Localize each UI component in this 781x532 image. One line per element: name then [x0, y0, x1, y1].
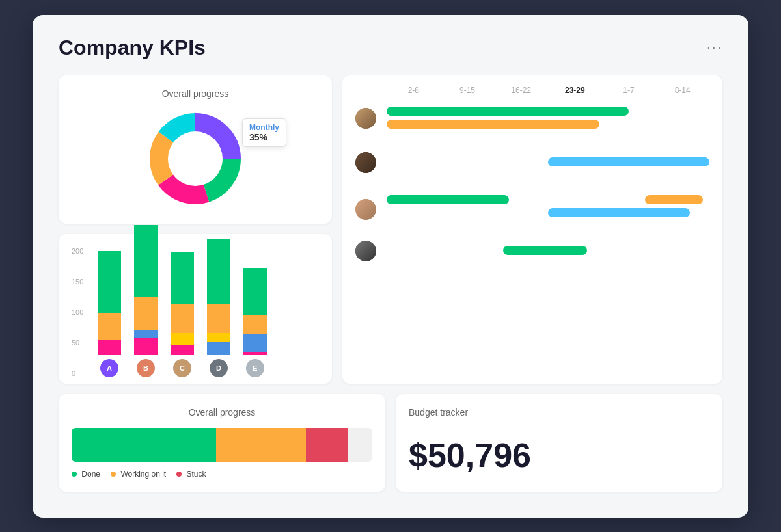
budget-tracker-title: Budget tracker	[409, 407, 709, 418]
gantt-bar-green-3	[387, 195, 509, 204]
gantt-avatar-4	[355, 241, 376, 261]
bar-seg	[243, 334, 267, 352]
avatar-5: E	[246, 359, 264, 377]
bar-group-1: A	[98, 251, 121, 377]
tooltip-value: 35%	[249, 132, 279, 142]
legend-done: Done	[72, 470, 100, 479]
bar-group-5: E	[243, 268, 267, 377]
progress-empty	[348, 428, 372, 462]
bar-stack-1	[98, 251, 121, 355]
gantt-bar-orange-1	[387, 120, 599, 129]
legend-dot-done	[72, 472, 77, 477]
gantt-col-8-14: 8-14	[655, 86, 709, 95]
gantt-avatar-1	[355, 108, 376, 129]
bar-group-4: D	[207, 239, 230, 377]
bar-stack-4	[207, 239, 230, 355]
donut-wrapper: Monthly 35%	[143, 107, 247, 211]
page-header: Company KPIs ···	[59, 36, 722, 60]
bar-group-2: B	[134, 225, 158, 377]
avatar-2: B	[137, 359, 155, 377]
budget-tracker-card: Budget tracker $50,796	[396, 394, 722, 492]
bar-seg	[98, 340, 121, 352]
bar-seg	[98, 251, 121, 313]
bar-seg	[98, 352, 121, 355]
more-options-button[interactable]: ···	[707, 39, 722, 56]
bar-seg	[171, 304, 194, 333]
gantt-bar-blue-3	[548, 208, 690, 217]
gantt-bars-2	[387, 147, 709, 178]
donut-container: Monthly 35%	[72, 107, 319, 211]
bar-seg	[207, 239, 230, 304]
bar-chart-yaxis: 200 150 100 50 0	[72, 247, 83, 377]
overall-progress-bottom-title: Overall progress	[72, 407, 372, 418]
avatar-1: A	[100, 359, 118, 377]
gantt-bar-orange-3	[645, 195, 703, 204]
donut-card-title: Overall progress	[72, 88, 319, 99]
overall-progress-bottom-card: Overall progress Done Working on it	[59, 394, 385, 492]
y-label-200: 200	[72, 247, 83, 255]
gantt-col-2-8: 2-8	[387, 86, 441, 95]
gantt-col-23-29: 23-29	[548, 86, 602, 95]
gantt-col-1-7: 1-7	[602, 86, 656, 95]
gantt-row-4	[355, 241, 709, 261]
bar-seg	[171, 345, 194, 355]
tooltip-label: Monthly	[249, 123, 279, 132]
bar-seg	[207, 304, 230, 333]
progress-bar-stacked	[72, 428, 372, 462]
y-label-150: 150	[72, 278, 83, 286]
legend-stuck-label: Stuck	[187, 470, 206, 479]
bar-stack-3	[171, 252, 194, 355]
gantt-avatar-3	[355, 199, 376, 220]
dashboard-frame: Company KPIs ··· Overall progress	[33, 15, 748, 518]
gantt-bar-green-1	[387, 107, 629, 116]
bar-seg	[207, 333, 230, 342]
gantt-bars-4	[387, 241, 709, 261]
gantt-header: 2-8 9-15 16-22 23-29 1-7 8-14	[387, 86, 709, 95]
bar-seg	[207, 342, 230, 355]
bar-seg	[134, 338, 158, 355]
donut-tooltip: Monthly 35%	[242, 118, 286, 147]
bar-chart-area: 200 150 100 50 0	[72, 247, 319, 377]
legend: Done Working on it Stuck	[72, 470, 372, 479]
progress-working	[216, 428, 307, 462]
bar-chart-card: 200 150 100 50 0	[59, 234, 332, 384]
bar-seg	[243, 352, 267, 355]
bar-group-3: C	[171, 252, 194, 377]
donut-card: Overall progress	[59, 75, 332, 224]
bottom-row: Overall progress Done Working on it	[59, 394, 722, 492]
bar-seg	[243, 268, 267, 315]
bar-stack-5	[243, 268, 267, 355]
gantt-row-3	[355, 191, 709, 228]
legend-working: Working on it	[111, 470, 166, 479]
bar-seg	[171, 252, 194, 304]
legend-dot-stuck	[176, 472, 182, 477]
page-title: Company KPIs	[59, 36, 206, 60]
progress-stuck	[306, 428, 348, 462]
bar-seg	[98, 313, 121, 340]
gantt-row-2	[355, 147, 709, 178]
legend-done-label: Done	[81, 470, 100, 479]
legend-working-label: Working on it	[120, 470, 166, 479]
y-label-100: 100	[72, 308, 83, 316]
main-grid: Overall progress	[59, 75, 722, 492]
avatar-4: D	[210, 359, 228, 377]
bar-seg	[243, 315, 267, 334]
bar-seg	[171, 333, 194, 345]
bar-seg	[134, 225, 158, 297]
gantt-col-16-22: 16-22	[494, 86, 548, 95]
gantt-col-9-15: 9-15	[441, 86, 495, 95]
legend-dot-working	[111, 472, 116, 477]
gantt-bars-3	[387, 191, 709, 228]
progress-done	[72, 428, 216, 462]
budget-amount: $50,796	[409, 436, 709, 475]
gantt-bars-1	[387, 103, 709, 134]
donut-svg	[143, 107, 247, 211]
gantt-bar-green-4	[503, 246, 587, 255]
gantt-bar-blue-2	[548, 157, 709, 166]
legend-stuck: Stuck	[176, 470, 206, 479]
bar-stack-2	[134, 225, 158, 355]
svg-point-5	[168, 131, 223, 186]
gantt-avatar-2	[355, 152, 376, 173]
y-label-0: 0	[72, 369, 83, 377]
avatar-3: C	[173, 359, 191, 377]
